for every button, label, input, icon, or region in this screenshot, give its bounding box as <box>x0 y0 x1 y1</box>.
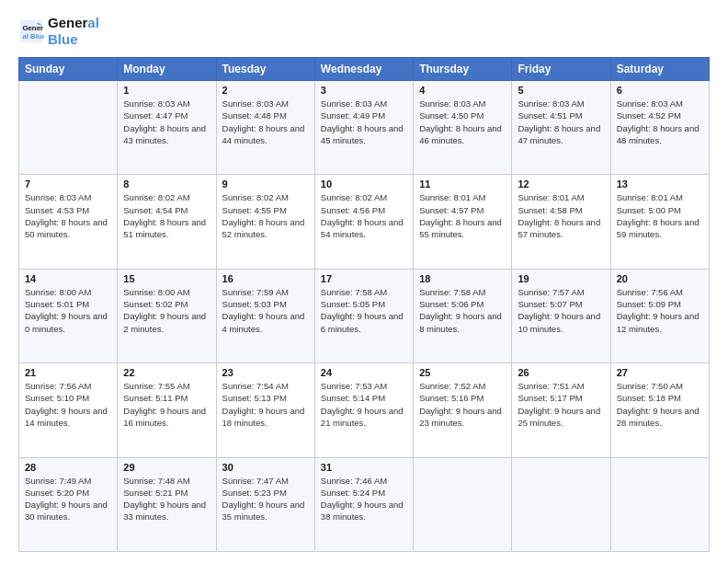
day-number: 3 <box>321 85 407 96</box>
day-info: Sunrise: 8:03 AMSunset: 4:51 PMDaylight:… <box>518 98 604 146</box>
day-cell: 2Sunrise: 8:03 AMSunset: 4:48 PMDaylight… <box>216 81 314 175</box>
week-row-5: 28Sunrise: 7:49 AMSunset: 5:20 PMDayligh… <box>19 457 710 551</box>
col-wednesday: Wednesday <box>314 58 413 81</box>
col-saturday: Saturday <box>610 58 709 81</box>
logo: Gener al Blue General Blue <box>18 15 99 48</box>
calendar-body: 1Sunrise: 8:03 AMSunset: 4:47 PMDaylight… <box>19 81 710 552</box>
day-number: 16 <box>222 273 309 284</box>
day-info: Sunrise: 8:02 AMSunset: 4:56 PMDaylight:… <box>321 191 407 240</box>
day-number: 12 <box>518 178 604 190</box>
day-cell: 25Sunrise: 7:52 AMSunset: 5:16 PMDayligh… <box>414 363 512 457</box>
day-cell: 4Sunrise: 8:03 AMSunset: 4:50 PMDaylight… <box>414 81 512 175</box>
day-info: Sunrise: 8:00 AMSunset: 5:01 PMDaylight:… <box>25 286 111 335</box>
week-row-1: 1Sunrise: 8:03 AMSunset: 4:47 PMDaylight… <box>19 81 710 175</box>
day-number: 26 <box>518 367 604 378</box>
day-info: Sunrise: 8:03 AMSunset: 4:47 PMDaylight:… <box>123 98 210 146</box>
day-cell: 16Sunrise: 7:59 AMSunset: 5:03 PMDayligh… <box>216 269 314 362</box>
week-row-4: 21Sunrise: 7:56 AMSunset: 5:10 PMDayligh… <box>19 363 710 457</box>
header-row: Sunday Monday Tuesday Wednesday Thursday… <box>19 58 710 81</box>
day-cell: 30Sunrise: 7:47 AMSunset: 5:23 PMDayligh… <box>216 457 314 551</box>
day-number: 21 <box>25 367 111 378</box>
day-info: Sunrise: 8:03 AMSunset: 4:53 PMDaylight:… <box>25 191 111 240</box>
day-number: 25 <box>419 367 506 378</box>
day-number: 13 <box>617 178 703 190</box>
day-number: 2 <box>222 85 309 96</box>
day-number: 24 <box>321 367 407 378</box>
day-info: Sunrise: 7:47 AMSunset: 5:23 PMDaylight:… <box>222 475 309 523</box>
col-monday: Monday <box>118 58 216 81</box>
day-cell: 1Sunrise: 8:03 AMSunset: 4:47 PMDaylight… <box>118 81 216 175</box>
day-number: 27 <box>617 367 703 378</box>
day-info: Sunrise: 8:03 AMSunset: 4:48 PMDaylight:… <box>222 98 309 146</box>
logo-text: General Blue <box>48 15 99 48</box>
day-info: Sunrise: 8:01 AMSunset: 5:00 PMDaylight:… <box>617 191 703 240</box>
day-cell: 21Sunrise: 7:56 AMSunset: 5:10 PMDayligh… <box>19 363 118 457</box>
day-info: Sunrise: 8:01 AMSunset: 4:57 PMDaylight:… <box>419 191 506 240</box>
day-number: 23 <box>222 367 309 378</box>
day-info: Sunrise: 7:51 AMSunset: 5:17 PMDaylight:… <box>518 380 604 429</box>
day-info: Sunrise: 8:03 AMSunset: 4:52 PMDaylight:… <box>617 98 703 146</box>
day-number: 10 <box>321 178 407 190</box>
day-cell: 29Sunrise: 7:48 AMSunset: 5:21 PMDayligh… <box>118 457 216 551</box>
day-cell: 5Sunrise: 8:03 AMSunset: 4:51 PMDaylight… <box>512 81 610 175</box>
day-info: Sunrise: 7:59 AMSunset: 5:03 PMDaylight:… <box>222 286 309 335</box>
day-info: Sunrise: 8:02 AMSunset: 4:54 PMDaylight:… <box>123 191 210 240</box>
col-tuesday: Tuesday <box>216 58 314 81</box>
day-info: Sunrise: 7:49 AMSunset: 5:20 PMDaylight:… <box>25 475 111 523</box>
day-number: 9 <box>222 178 309 190</box>
day-cell: 23Sunrise: 7:54 AMSunset: 5:13 PMDayligh… <box>216 363 314 457</box>
day-number: 29 <box>123 462 210 473</box>
day-number: 1 <box>123 85 210 96</box>
day-cell: 15Sunrise: 8:00 AMSunset: 5:02 PMDayligh… <box>118 269 216 362</box>
day-number: 18 <box>419 273 506 284</box>
day-cell: 12Sunrise: 8:01 AMSunset: 4:58 PMDayligh… <box>512 175 610 269</box>
day-info: Sunrise: 7:56 AMSunset: 5:10 PMDaylight:… <box>25 380 111 429</box>
day-info: Sunrise: 8:03 AMSunset: 4:49 PMDaylight:… <box>321 98 407 146</box>
calendar-header: Sunday Monday Tuesday Wednesday Thursday… <box>19 58 710 81</box>
day-number: 8 <box>123 178 210 190</box>
day-info: Sunrise: 7:50 AMSunset: 5:18 PMDaylight:… <box>617 380 703 429</box>
day-cell: 22Sunrise: 7:55 AMSunset: 5:11 PMDayligh… <box>118 363 216 457</box>
day-number: 4 <box>419 85 506 96</box>
day-number: 30 <box>222 462 309 473</box>
day-number: 31 <box>321 462 407 473</box>
day-number: 7 <box>25 178 111 190</box>
day-cell: 6Sunrise: 8:03 AMSunset: 4:52 PMDaylight… <box>610 81 709 175</box>
day-cell: 26Sunrise: 7:51 AMSunset: 5:17 PMDayligh… <box>512 363 610 457</box>
day-info: Sunrise: 8:03 AMSunset: 4:50 PMDaylight:… <box>419 98 506 146</box>
day-number: 17 <box>321 273 407 284</box>
day-info: Sunrise: 8:02 AMSunset: 4:55 PMDaylight:… <box>222 191 309 240</box>
day-info: Sunrise: 7:48 AMSunset: 5:21 PMDaylight:… <box>123 475 210 523</box>
day-number: 15 <box>123 273 210 284</box>
day-cell <box>512 457 610 551</box>
day-cell: 17Sunrise: 7:58 AMSunset: 5:05 PMDayligh… <box>314 269 413 362</box>
day-cell: 13Sunrise: 8:01 AMSunset: 5:00 PMDayligh… <box>610 175 709 269</box>
day-cell: 20Sunrise: 7:56 AMSunset: 5:09 PMDayligh… <box>610 269 709 362</box>
day-cell: 9Sunrise: 8:02 AMSunset: 4:55 PMDaylight… <box>216 175 314 269</box>
svg-text:al Blue: al Blue <box>22 32 44 40</box>
logo-icon: Gener al Blue <box>18 18 44 44</box>
col-thursday: Thursday <box>414 58 512 81</box>
day-info: Sunrise: 7:46 AMSunset: 5:24 PMDaylight:… <box>321 475 407 523</box>
day-number: 20 <box>617 273 703 284</box>
day-number: 19 <box>518 273 604 284</box>
day-cell: 24Sunrise: 7:53 AMSunset: 5:14 PMDayligh… <box>314 363 413 457</box>
day-info: Sunrise: 7:58 AMSunset: 5:05 PMDaylight:… <box>321 286 407 335</box>
day-info: Sunrise: 7:56 AMSunset: 5:09 PMDaylight:… <box>617 286 703 335</box>
page: Gener al Blue General Blue Sunday Monday… <box>0 0 728 563</box>
header: Gener al Blue General Blue <box>18 15 710 48</box>
day-info: Sunrise: 7:57 AMSunset: 5:07 PMDaylight:… <box>518 286 604 335</box>
day-info: Sunrise: 7:52 AMSunset: 5:16 PMDaylight:… <box>419 380 506 429</box>
day-info: Sunrise: 8:01 AMSunset: 4:58 PMDaylight:… <box>518 191 604 240</box>
day-number: 22 <box>123 367 210 378</box>
day-info: Sunrise: 7:58 AMSunset: 5:06 PMDaylight:… <box>419 286 506 335</box>
day-number: 5 <box>518 85 604 96</box>
day-cell: 8Sunrise: 8:02 AMSunset: 4:54 PMDaylight… <box>118 175 216 269</box>
svg-text:Gener: Gener <box>22 24 43 32</box>
day-info: Sunrise: 8:00 AMSunset: 5:02 PMDaylight:… <box>123 286 210 335</box>
day-info: Sunrise: 7:54 AMSunset: 5:13 PMDaylight:… <box>222 380 309 429</box>
day-cell: 10Sunrise: 8:02 AMSunset: 4:56 PMDayligh… <box>314 175 413 269</box>
day-number: 11 <box>419 178 506 190</box>
day-cell: 27Sunrise: 7:50 AMSunset: 5:18 PMDayligh… <box>610 363 709 457</box>
day-number: 28 <box>25 462 111 473</box>
